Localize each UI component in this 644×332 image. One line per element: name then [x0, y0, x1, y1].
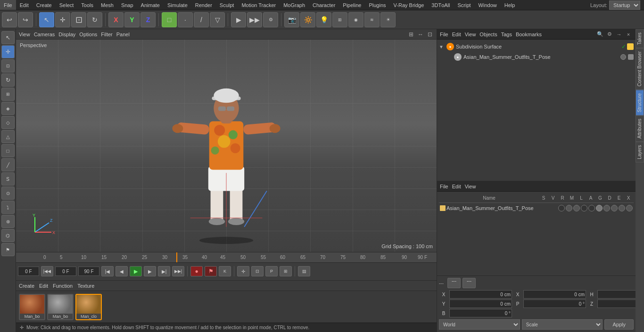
- move-tool-button[interactable]: ✛: [55, 12, 70, 27]
- sidebar-tool-14[interactable]: ⊛: [1, 215, 15, 228]
- select-tool-button[interactable]: ↖: [39, 12, 54, 27]
- am-row-asian-man[interactable]: Asian_Man_Summer_Outfits_T_Pose: [439, 203, 634, 213]
- coord-btn-1[interactable]: ---: [447, 278, 461, 288]
- current-frame-field[interactable]: [55, 267, 76, 276]
- step-fwd-btn[interactable]: ▶: [144, 266, 156, 276]
- menu-plugins[interactable]: Plugins: [365, 0, 389, 10]
- play-btn[interactable]: ▶: [130, 266, 142, 276]
- redo-button[interactable]: ↪: [18, 12, 33, 27]
- viewport-filter-menu[interactable]: Filter: [101, 32, 112, 37]
- om-close-icon[interactable]: ×: [624, 30, 633, 39]
- sidebar-tool-1[interactable]: ↖: [1, 31, 15, 44]
- physical-sky-button[interactable]: ☀: [380, 12, 396, 27]
- menu-motion-tracker[interactable]: Motion Tracker: [238, 0, 280, 10]
- am-file-menu[interactable]: File: [440, 184, 448, 189]
- sidebar-tool-3[interactable]: ⊡: [1, 59, 15, 73]
- x-axis-button[interactable]: X: [108, 12, 124, 27]
- menu-simulate[interactable]: Simulate: [164, 0, 191, 10]
- om-bookmarks-menu[interactable]: Bookmarks: [516, 32, 542, 37]
- om-expand-icon[interactable]: ▼: [439, 44, 445, 49]
- om-objects-menu[interactable]: Objects: [479, 32, 497, 37]
- viewport-icon-3[interactable]: ⊡: [426, 31, 434, 38]
- scale-tool-button[interactable]: ⊡: [71, 12, 86, 27]
- point-mode-button[interactable]: ·: [178, 12, 193, 27]
- am-edit-menu[interactable]: Edit: [452, 184, 461, 189]
- floor-button[interactable]: ⊞: [332, 12, 347, 27]
- viewport-icon-2[interactable]: ↔: [417, 31, 424, 38]
- fog-button[interactable]: ≋: [364, 12, 380, 27]
- viewport-view-menu[interactable]: View: [19, 32, 30, 37]
- menu-vray[interactable]: V-Ray Bridge: [390, 0, 428, 10]
- sidebar-tool-12[interactable]: ⊙: [1, 186, 15, 200]
- scale-dropdown[interactable]: Scale: [522, 319, 603, 330]
- frame-start-btn[interactable]: |◀◀: [41, 266, 53, 276]
- timeline-options-btn[interactable]: ▤: [298, 266, 310, 276]
- tab-takes[interactable]: Takes: [636, 29, 644, 48]
- y-axis-button[interactable]: Y: [124, 12, 140, 27]
- om-search-icon[interactable]: 🔍: [596, 30, 604, 39]
- am-view-menu[interactable]: View: [465, 184, 476, 189]
- sky-button[interactable]: ◉: [348, 12, 363, 27]
- menu-sculpt[interactable]: Sculpt: [216, 0, 238, 10]
- menu-file[interactable]: File: [0, 0, 16, 10]
- coord-btn-2[interactable]: ---: [462, 278, 476, 288]
- menu-snap[interactable]: Snap: [117, 0, 137, 10]
- sidebar-tool-16[interactable]: ⚑: [1, 243, 15, 256]
- om-edit-menu[interactable]: Edit: [452, 32, 461, 37]
- material-item-2[interactable]: Man_clo: [75, 294, 102, 320]
- edge-mode-button[interactable]: /: [194, 12, 209, 27]
- menu-animate[interactable]: Animate: [137, 0, 164, 10]
- viewport-display-menu[interactable]: Display: [58, 32, 75, 37]
- sidebar-tool-8[interactable]: △: [1, 130, 15, 143]
- scene-button[interactable]: 🔆: [300, 12, 315, 27]
- material-edit-menu[interactable]: Edit: [39, 283, 48, 289]
- viewport-3d[interactable]: Perspective: [16, 40, 437, 252]
- key-btn[interactable]: K: [219, 266, 231, 276]
- sidebar-tool-9[interactable]: □: [1, 144, 15, 157]
- goto-start-btn[interactable]: |◀: [101, 266, 114, 276]
- preview-btn[interactable]: P: [265, 266, 278, 276]
- menu-tools[interactable]: Tools: [77, 0, 97, 10]
- goto-end-btn[interactable]: ▶|: [158, 266, 170, 276]
- sidebar-tool-5[interactable]: ⊞: [1, 88, 15, 101]
- step-back-btn[interactable]: ◀: [116, 266, 128, 276]
- menu-edit[interactable]: Edit: [16, 0, 33, 10]
- sidebar-tool-10[interactable]: ╱: [1, 158, 15, 171]
- om-arrow-icon[interactable]: →: [615, 30, 623, 39]
- material-create-menu[interactable]: Create: [19, 283, 34, 289]
- menu-help[interactable]: Help: [501, 0, 519, 10]
- move-keys-btn[interactable]: ✛: [237, 266, 249, 276]
- frame-start-field[interactable]: [18, 267, 39, 276]
- menu-script[interactable]: Script: [454, 0, 474, 10]
- menu-mesh[interactable]: Mesh: [97, 0, 117, 10]
- polygon-mode-button[interactable]: ▽: [210, 12, 225, 27]
- viewport-icon-1[interactable]: ⊞: [407, 31, 415, 38]
- coord-b-val[interactable]: [449, 309, 512, 317]
- material-item-1[interactable]: Man_bo: [47, 294, 74, 320]
- om-filter-icon[interactable]: ⚙: [605, 30, 614, 39]
- frame-end-90-field[interactable]: [78, 267, 99, 276]
- menu-select[interactable]: Select: [56, 0, 78, 10]
- sidebar-tool-7[interactable]: ◇: [1, 116, 15, 129]
- menu-character[interactable]: Character: [309, 0, 339, 10]
- viewport-options-menu[interactable]: Options: [79, 32, 97, 37]
- tab-content-browser[interactable]: Content Browser: [636, 48, 644, 89]
- material-function-menu[interactable]: Function: [53, 283, 73, 289]
- render-active-view-button[interactable]: ▶: [231, 12, 246, 27]
- om-item-subdivision[interactable]: ▼ ● Subdivision Surface ✓: [437, 41, 636, 52]
- timeline-ruler[interactable]: 0 5 10 15 20 25 30 35 40 45 50 55 60 65 …: [16, 252, 437, 263]
- menu-pipeline[interactable]: Pipeline: [339, 0, 365, 10]
- menu-3dtoall[interactable]: 3DTоAll: [428, 0, 454, 10]
- tab-layers[interactable]: Layers: [636, 142, 644, 162]
- menu-window[interactable]: Window: [475, 0, 501, 10]
- sidebar-tool-15[interactable]: ⌬: [1, 229, 15, 242]
- material-item-0[interactable]: Man_bo: [19, 294, 45, 320]
- object-mode-button[interactable]: □: [162, 12, 177, 27]
- coord-x-pos[interactable]: [449, 290, 512, 299]
- material-texture-menu[interactable]: Texture: [77, 283, 94, 289]
- z-axis-button[interactable]: Z: [140, 12, 156, 27]
- sidebar-tool-6[interactable]: ◈: [1, 102, 15, 115]
- coord-p-val[interactable]: [523, 300, 586, 308]
- apply-button[interactable]: Apply: [604, 319, 634, 330]
- menu-render[interactable]: Render: [191, 0, 216, 10]
